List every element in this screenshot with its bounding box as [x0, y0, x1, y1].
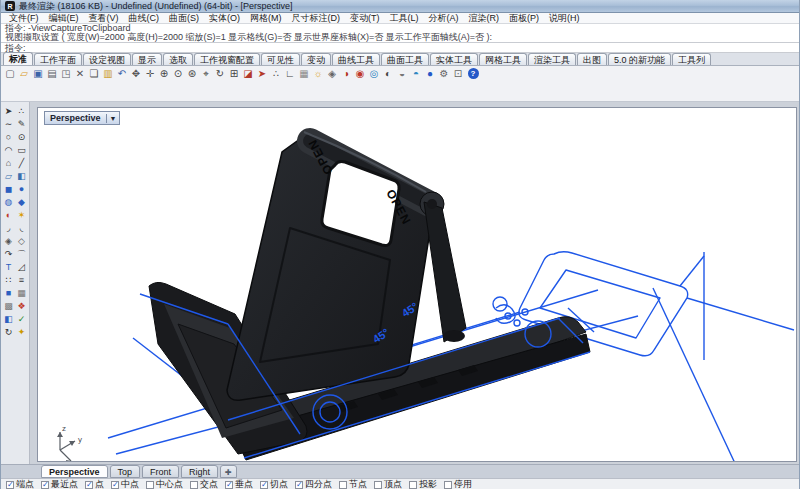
- copy-icon[interactable]: ❏: [88, 67, 101, 80]
- viewport-layout-icon[interactable]: ⊞: [228, 67, 241, 80]
- zoom-window-icon[interactable]: ⊙: [172, 67, 185, 80]
- shade-icon[interactable]: ◑: [340, 67, 353, 80]
- viewport-tab[interactable]: Front: [142, 465, 179, 478]
- checkbox[interactable]: [146, 481, 154, 489]
- point-icon[interactable]: ∴: [15, 104, 28, 117]
- move-icon[interactable]: ✛: [144, 67, 157, 80]
- chamfer-icon[interactable]: ◟: [15, 221, 28, 234]
- line-icon[interactable]: ╱: [15, 156, 28, 169]
- award-icon[interactable]: ✦: [15, 325, 28, 338]
- group-icon[interactable]: ∷: [2, 273, 15, 286]
- toolbar-tab[interactable]: 设定视图: [83, 53, 131, 65]
- paste-icon[interactable]: ▥: [102, 67, 115, 80]
- lock-objects-icon[interactable]: ◈: [2, 234, 15, 247]
- perspective-viewport[interactable]: Perspective ▼: [37, 107, 797, 462]
- curve-icon[interactable]: ∼: [2, 117, 15, 130]
- arc-icon[interactable]: ◠: [2, 143, 15, 156]
- save-icon[interactable]: ▣: [32, 67, 45, 80]
- toolbar-tab[interactable]: 曲面工具: [381, 53, 429, 65]
- box-edit-icon[interactable]: ◧: [2, 312, 15, 325]
- gumball-icon[interactable]: ❖: [15, 299, 28, 312]
- control-point-curve-icon[interactable]: ✎: [15, 117, 28, 130]
- menu-item[interactable]: 面板(P): [504, 12, 544, 25]
- osnap-toggle[interactable]: 切点: [260, 478, 288, 489]
- toolbar-tab[interactable]: 出图: [577, 53, 607, 65]
- options-icon[interactable]: ⚙: [438, 67, 451, 80]
- boolean-union-icon[interactable]: ◐: [2, 208, 15, 221]
- solid-tools-icon[interactable]: ◆: [15, 195, 28, 208]
- help-icon[interactable]: ?: [468, 68, 479, 79]
- extrude-icon[interactable]: ■: [2, 286, 15, 299]
- checkbox[interactable]: [111, 481, 119, 489]
- toolbar-tab[interactable]: 变动: [301, 53, 331, 65]
- viewport-title-chip[interactable]: Perspective ▼: [44, 111, 120, 125]
- menu-item[interactable]: 曲面(S): [164, 12, 204, 25]
- menu-item[interactable]: 实体(O): [204, 12, 245, 25]
- undo-icon[interactable]: ↶: [116, 67, 129, 80]
- array-icon[interactable]: ▦: [15, 286, 28, 299]
- export-icon[interactable]: ◳: [60, 67, 73, 80]
- viewport-tab[interactable]: Perspective: [41, 465, 108, 478]
- osnap-toggle[interactable]: 中心点: [146, 478, 183, 489]
- rotate-view-icon[interactable]: ↻: [214, 67, 227, 80]
- checkbox[interactable]: [444, 481, 452, 489]
- render-icon[interactable]: ◉: [354, 67, 367, 80]
- toolbar-tab[interactable]: 工作平面: [34, 53, 82, 65]
- ortho-icon[interactable]: ∟: [284, 67, 297, 80]
- rectangle-icon[interactable]: ▭: [15, 143, 28, 156]
- zoom-extents-icon[interactable]: ⊕: [158, 67, 171, 80]
- checkbox[interactable]: [339, 481, 347, 489]
- toolbar-tab[interactable]: 显示: [132, 53, 162, 65]
- pan-icon[interactable]: ✥: [130, 67, 143, 80]
- ghosted-view-icon[interactable]: ◒: [396, 67, 409, 80]
- osnap-toggle[interactable]: 四分点: [295, 478, 332, 489]
- checkbox[interactable]: [374, 481, 382, 489]
- menu-item[interactable]: 渲染(R): [464, 12, 505, 25]
- viewport-tab[interactable]: Top: [110, 465, 141, 478]
- popup-toolbar-icon[interactable]: ⊡: [452, 67, 465, 80]
- toolbar-tab[interactable]: 渲染工具: [528, 53, 576, 65]
- osnap-toggle[interactable]: 交点: [190, 478, 218, 489]
- box-icon[interactable]: ◼: [2, 182, 15, 195]
- open-file-icon[interactable]: ▱: [18, 67, 31, 80]
- circle-icon[interactable]: ○: [2, 130, 15, 143]
- osnap-toggle[interactable]: 停用: [444, 478, 472, 489]
- checkbox[interactable]: [295, 481, 303, 489]
- lock-icon[interactable]: ◈: [326, 67, 339, 80]
- command-prompt[interactable]: 指令:: [1, 43, 799, 53]
- xray-view-icon[interactable]: ◓: [410, 67, 423, 80]
- osnap-toggle[interactable]: 中点: [111, 478, 139, 489]
- osnap-toggle[interactable]: 顶点: [374, 478, 402, 489]
- zoom-dynamic-icon[interactable]: ⊛: [186, 67, 199, 80]
- fillet-icon[interactable]: ◞: [2, 221, 15, 234]
- checkbox[interactable]: [190, 481, 198, 489]
- cplane-icon[interactable]: ◪: [242, 67, 255, 80]
- new-file-icon[interactable]: ▢: [4, 67, 17, 80]
- check-icon[interactable]: ✓: [15, 312, 28, 325]
- render-preview-icon[interactable]: ◎: [368, 67, 381, 80]
- rotate-curve-icon[interactable]: ↷: [2, 247, 15, 260]
- sphere-icon[interactable]: ●: [424, 67, 437, 80]
- toolbar-tab[interactable]: 工具列: [672, 53, 711, 65]
- hide-objects-icon[interactable]: ◇: [15, 234, 28, 247]
- delete-icon[interactable]: ✕: [74, 67, 87, 80]
- shaded-view-icon[interactable]: ◐: [382, 67, 395, 80]
- toolbar-tab[interactable]: 工作视窗配置: [194, 53, 260, 65]
- menu-item[interactable]: 网格(M): [245, 12, 287, 25]
- new-viewport-tab-icon[interactable]: ✚: [220, 465, 237, 478]
- osnap-toggle[interactable]: 最近点: [41, 478, 78, 489]
- blend-arc-icon[interactable]: ⌒: [15, 247, 28, 260]
- ellipse-icon[interactable]: ⊙: [15, 130, 28, 143]
- explode-icon[interactable]: ✶: [15, 208, 28, 221]
- toolbar-tab[interactable]: 实体工具: [430, 53, 478, 65]
- menu-item[interactable]: 分析(A): [424, 12, 464, 25]
- osnap-toggle[interactable]: 点: [85, 478, 104, 489]
- rotate-tool-icon[interactable]: ↻: [2, 325, 15, 338]
- checkbox[interactable]: [409, 481, 417, 489]
- toolbar-tab[interactable]: 标准: [3, 52, 33, 65]
- osnap-toggle[interactable]: 端点: [6, 478, 34, 489]
- scale-icon[interactable]: ◿: [15, 260, 28, 273]
- toolbar-tab[interactable]: 网格工具: [479, 53, 527, 65]
- osnap-toggle[interactable]: 垂点: [225, 478, 253, 489]
- viewport-tab[interactable]: Right: [181, 465, 218, 478]
